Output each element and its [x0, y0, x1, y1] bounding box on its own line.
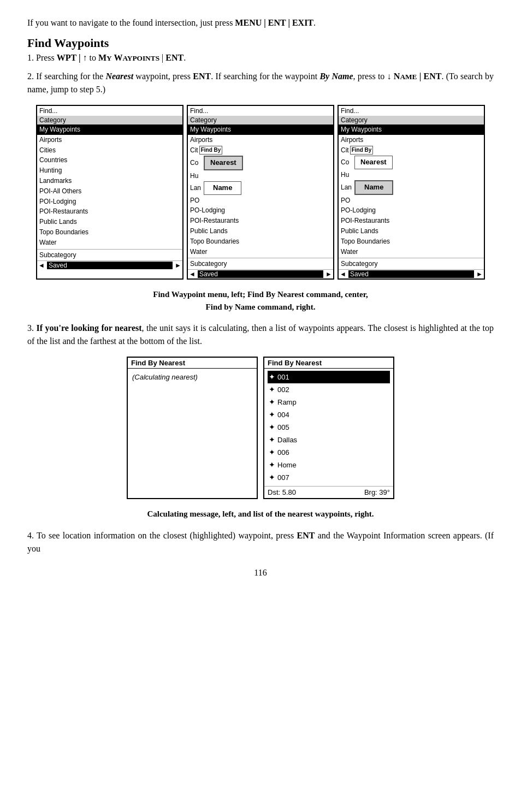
panel2-saved: Saved — [198, 270, 323, 278]
panel3-item-public-lands: Public Lands — [339, 226, 484, 236]
panel3-subcategory: Subcategory — [339, 259, 484, 268]
panel2-saved-bar: ◄ Saved ► — [188, 269, 333, 278]
waypoint-icon-006: ✦ — [269, 447, 275, 458]
panel2-nearest-btn: Nearest — [204, 156, 243, 170]
panel3-item-po: PO — [339, 195, 484, 206]
nearest-item-home: ✦ Home — [268, 459, 390, 471]
intro-keys: MENU | ENT | EXIT — [235, 18, 313, 27]
nearest-panel-left: Find By Nearest (Calculating nearest) — [127, 357, 258, 499]
step1-keys: WPT | ↑ — [57, 53, 87, 62]
panel3: Find... Category My Waypoints Airports C… — [338, 105, 485, 280]
nearest-item-dallas: ✦ Dallas — [268, 434, 390, 446]
panel3-item-co: Co Nearest — [339, 155, 484, 169]
panel1-saved-bar: ◄ Saved ► — [37, 260, 182, 270]
nearest-left-header: Find By Nearest — [128, 358, 257, 369]
step1-waypoints: MY WAYPOINTS — [98, 53, 159, 62]
panel3-header: Find... — [339, 106, 484, 116]
panel3-item-topo: Topo Boundaries — [339, 236, 484, 247]
panel1-item-waypoints: My Waypoints — [37, 125, 182, 135]
nearest-item-001: ✦ 001 — [268, 371, 390, 383]
panel1-item-poi-all: POI-All Others — [37, 186, 182, 197]
page-number: 116 — [27, 566, 494, 579]
panel1-item-countries: Countries — [37, 155, 182, 165]
panel2-item-po-lodging: PO-Lodging — [188, 205, 333, 216]
nearest-item-005: ✦ 005 — [268, 421, 390, 434]
nearest-item-007: ✦ 007 — [268, 471, 390, 484]
panel1-item-cities: Cities — [37, 145, 182, 156]
step1-paragraph: 1. Press WPT | ↑ to MY WAYPOINTS | ENT. — [27, 51, 494, 64]
panel1-category: Category — [37, 116, 182, 125]
panel1-header: Find... — [37, 106, 182, 116]
panel1-item-topo: Topo Boundaries — [37, 227, 182, 238]
nearest-item-002: ✦ 002 — [268, 383, 390, 396]
panel1-item-poi-restaurants: POI-Restaurants — [37, 206, 182, 217]
panel1-divider — [37, 249, 182, 250]
panel3-findby-label: Find By — [350, 146, 374, 155]
panel1-item-poi-lodging: POI-Lodging — [37, 197, 182, 207]
nearest-brg: Brg: 39° — [364, 488, 390, 496]
waypoint-icon-007: ✦ — [269, 472, 275, 483]
step1-ent: ENT — [165, 53, 183, 62]
panel2-item-airports: Airports — [188, 135, 333, 145]
panel3-item-cit: Cit Find By — [339, 145, 484, 156]
step4-paragraph: 4. To see location information on the cl… — [27, 529, 494, 555]
panel1-arrow-right: ► — [175, 262, 181, 269]
panel3-saved: Saved — [348, 270, 474, 278]
panel2-category: Category — [188, 116, 333, 125]
panel3-item-po-lodging: PO-Lodging — [339, 205, 484, 216]
panel3-item-water: Water — [339, 247, 484, 257]
panel1-item-landmarks: Landmarks — [37, 176, 182, 186]
panel3-name-btn: Name — [354, 180, 393, 194]
panel3-item-airports: Airports — [339, 135, 484, 145]
nearest-item-ramp: ✦ Ramp — [268, 396, 390, 408]
nearest-right-footer: Dst: 5.80 Brg: 39° — [264, 486, 393, 498]
panel3-category: Category — [339, 116, 484, 125]
panel1-subcategory: Subcategory — [37, 251, 182, 259]
waypoint-icon-ramp: ✦ — [269, 396, 275, 408]
nearest-panel-right: Find By Nearest ✦ 001 ✦ 002 ✦ Ramp ✦ 004… — [263, 357, 394, 499]
panel2-item-topo: Topo Boundaries — [188, 236, 333, 247]
panel2-arrow-right: ► — [325, 270, 332, 278]
panel2: Find... Category My Waypoints Airports C… — [187, 105, 334, 280]
waypoint-icon-home: ✦ — [269, 459, 275, 471]
panel1-item-hunting: Hunting — [37, 165, 182, 176]
nearest-left-footer-spacer — [128, 478, 257, 494]
panel2-item-cit: Cit Find By — [188, 145, 333, 156]
panel2-item-water: Water — [188, 247, 333, 257]
by-name-word: By Name — [319, 72, 353, 81]
panel2-divider — [188, 258, 333, 258]
panel2-item-la: Lan Name — [188, 181, 333, 195]
waypoint-icon-004: ✦ — [269, 409, 275, 420]
nearest-item-004: ✦ 004 — [268, 408, 390, 421]
panel2-item-co: Co Nearest — [188, 155, 333, 170]
panel2-item-hu: Hu — [188, 171, 333, 181]
panel3-item-hu: Hu — [339, 170, 484, 180]
nearest-dst: Dst: 5.80 — [268, 488, 296, 496]
calculating-text: (Calculating nearest) — [131, 371, 253, 383]
panel3-saved-bar: ◄ Saved ► — [339, 269, 484, 278]
panel2-item-public-lands: Public Lands — [188, 226, 333, 236]
panel3-item-waypoints: My Waypoints — [339, 125, 484, 135]
panel2-item-poi-restaurants: POI-Restaurants — [188, 216, 333, 226]
panel1-item-airports: Airports — [37, 135, 182, 145]
step2-paragraph: 2. If searching for the Nearest waypoint… — [27, 70, 494, 96]
panel3-arrow-right: ► — [476, 270, 483, 278]
nearest-item-006: ✦ 006 — [268, 446, 390, 459]
nearest-caption: Calculating message, left, and list of t… — [27, 508, 494, 520]
waypoint-icon-dallas: ✦ — [269, 434, 275, 446]
screenshot-row-top: Find... Category My Waypoints Airports C… — [27, 105, 494, 280]
panel2-findby-label: Find By — [199, 146, 223, 155]
waypoint-icon-005: ✦ — [269, 422, 275, 433]
waypoint-icon-002: ✦ — [269, 384, 275, 395]
panel2-name-btn: Name — [204, 181, 241, 194]
panel3-item-poi-restaurants: POI-Restaurants — [339, 216, 484, 226]
intro-paragraph: If you want to navigate to the found int… — [27, 16, 494, 29]
panel3-nearest-btn: Nearest — [354, 156, 393, 169]
step3-paragraph: 3. If you're looking for nearest, the un… — [27, 322, 494, 348]
panel3-item-la: Lan Name — [339, 180, 484, 195]
panel1-arrow-left: ◄ — [38, 262, 45, 269]
screenshot-top-caption: Find Waypoint menu, left; Find By Neares… — [27, 288, 494, 313]
nearest-left-body: (Calculating nearest) — [128, 369, 257, 478]
panel3-divider — [339, 258, 484, 258]
panel1: Find... Category My Waypoints Airports C… — [36, 105, 183, 280]
